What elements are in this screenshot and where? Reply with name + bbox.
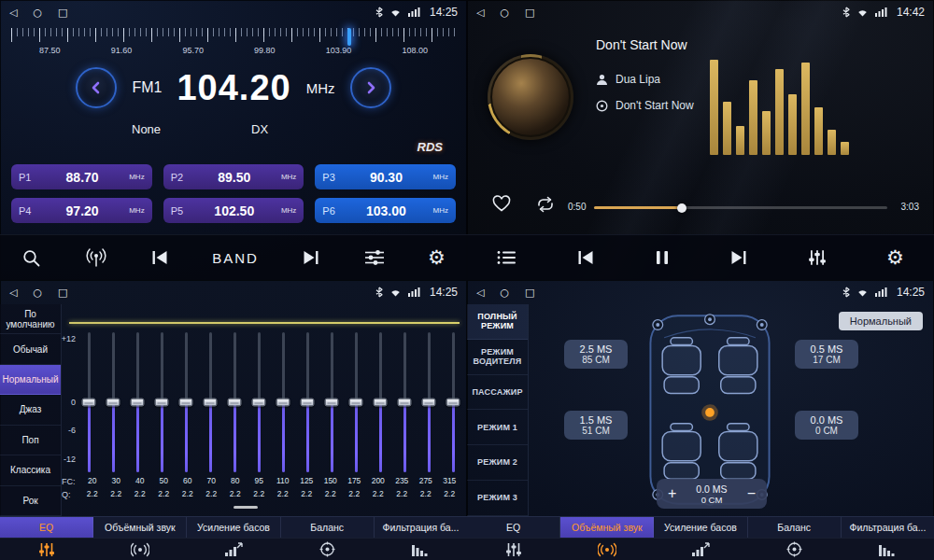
balance-icon[interactable]: [280, 541, 374, 557]
frequency-scale[interactable]: 87.5091.6095.7099.80103.90108.00: [11, 28, 456, 62]
tune-down-button[interactable]: [76, 67, 117, 108]
eq-preset-item-2[interactable]: Нормальный: [0, 365, 61, 395]
band-button[interactable]: BAND: [208, 246, 262, 270]
slider-knob[interactable]: [155, 399, 169, 407]
eq-preset-item-4[interactable]: Поп: [0, 426, 61, 455]
delay-box-rear-left[interactable]: 1.5 MS 51 CM: [564, 411, 628, 440]
favorite-button[interactable]: [491, 194, 512, 216]
home-icon[interactable]: ○: [500, 7, 509, 18]
broadcast-button[interactable]: [81, 245, 111, 271]
radio-preset-p1[interactable]: P1 88.70 MHz: [11, 164, 152, 189]
sound-profile-button[interactable]: Нормальный: [839, 312, 923, 330]
recents-icon[interactable]: □: [58, 7, 67, 18]
previous-track-button[interactable]: [573, 245, 599, 270]
eq-band-slider[interactable]: [396, 332, 413, 472]
surround-mode-item-1[interactable]: РЕЖИМ ВОДИТЕЛЯ: [467, 340, 528, 375]
recents-icon[interactable]: □: [525, 287, 534, 298]
slider-knob[interactable]: [106, 399, 120, 407]
crossover-filter-icon[interactable]: [374, 542, 467, 557]
eq-band-slider[interactable]: [420, 332, 437, 472]
audio-tab-3[interactable]: Баланс: [281, 517, 375, 538]
equalizer-icon[interactable]: [467, 542, 560, 557]
eq-preset-item-3[interactable]: Джаз: [0, 395, 61, 425]
equalizer-icon[interactable]: [0, 542, 93, 557]
audio-tab-3[interactable]: Баланс: [748, 517, 842, 538]
eq-preset-item-1[interactable]: Обычай: [0, 334, 61, 364]
home-icon[interactable]: ○: [33, 7, 42, 18]
slider-knob[interactable]: [374, 399, 388, 407]
radio-preset-p2[interactable]: P2 89.50 MHz: [163, 164, 304, 189]
radio-preset-p4[interactable]: P4 97.20 MHz: [11, 198, 152, 223]
audio-tab-0[interactable]: EQ: [0, 517, 93, 538]
tune-up-button[interactable]: [350, 67, 391, 108]
eq-band-slider[interactable]: [202, 332, 219, 472]
eq-band-slider[interactable]: [275, 332, 291, 472]
recents-icon[interactable]: □: [58, 287, 67, 298]
progress-bar[interactable]: [594, 206, 887, 209]
slider-knob[interactable]: [131, 399, 145, 407]
slider-knob[interactable]: [446, 399, 460, 407]
home-icon[interactable]: ○: [33, 287, 42, 298]
slider-knob[interactable]: [228, 399, 242, 407]
next-station-button[interactable]: [298, 245, 324, 270]
surround-mode-item-5[interactable]: РЕЖИМ 3: [467, 481, 528, 516]
radio-preset-p6[interactable]: P6 103.00 MHz: [315, 198, 456, 223]
eq-band-slider[interactable]: [445, 332, 461, 472]
audio-tab-1[interactable]: Объёмный звук: [560, 517, 654, 538]
slider-knob[interactable]: [179, 399, 193, 407]
eq-band-slider[interactable]: [80, 332, 97, 472]
audio-tab-2[interactable]: Усиление басов: [654, 517, 747, 538]
audio-tab-2[interactable]: Усиление басов: [187, 517, 280, 538]
eq-band-slider[interactable]: [323, 332, 340, 472]
recents-icon[interactable]: □: [525, 7, 534, 18]
eq-preset-item-6[interactable]: Рок: [0, 486, 61, 516]
home-icon[interactable]: ○: [500, 287, 509, 298]
surround-mode-item-3[interactable]: РЕЖИМ 1: [467, 410, 528, 445]
slider-knob[interactable]: [349, 399, 363, 407]
repeat-button[interactable]: [534, 196, 557, 216]
eq-band-slider[interactable]: [347, 332, 364, 472]
next-track-button[interactable]: [726, 245, 752, 270]
surround-mode-item-0[interactable]: ПОЛНЫЙ РЕЖИМ: [467, 304, 528, 340]
slider-knob[interactable]: [82, 399, 96, 407]
bass-boost-icon[interactable]: [187, 542, 280, 557]
slider-knob[interactable]: [276, 399, 290, 407]
bass-boost-icon[interactable]: [654, 542, 747, 557]
back-icon[interactable]: ◁: [476, 7, 484, 18]
previous-station-button[interactable]: [147, 245, 173, 270]
slider-knob[interactable]: [422, 399, 436, 407]
audio-tab-0[interactable]: EQ: [467, 517, 560, 538]
surround-sound-icon[interactable]: [93, 542, 187, 557]
eq-band-slider[interactable]: [177, 332, 194, 472]
eq-band-slider[interactable]: [250, 332, 267, 472]
eq-band-slider[interactable]: [372, 332, 389, 472]
balance-icon[interactable]: [747, 541, 841, 557]
delay-box-front-right[interactable]: 0.5 MS 17 CM: [795, 340, 858, 369]
audio-tab-4[interactable]: Фильтрация ба...: [842, 517, 934, 538]
settings-button[interactable]: ⚙: [883, 245, 908, 272]
delay-increase-button[interactable]: +: [666, 486, 678, 501]
audio-tab-4[interactable]: Фильтрация ба...: [375, 517, 467, 538]
eq-preset-item-0[interactable]: По умолчанию: [0, 304, 61, 334]
radio-preset-p5[interactable]: P5 102.50 MHz: [163, 198, 304, 223]
scan-search-button[interactable]: [18, 245, 45, 272]
eq-band-slider[interactable]: [226, 332, 243, 472]
back-icon[interactable]: ◁: [9, 287, 17, 298]
surround-mode-item-4[interactable]: РЕЖИМ 2: [467, 445, 528, 481]
delay-box-rear-right[interactable]: 0.0 MS 0 CM: [795, 411, 858, 440]
eq-band-slider[interactable]: [153, 332, 170, 472]
delay-box-front-left[interactable]: 2.5 MS 85 CM: [564, 340, 628, 369]
playlist-button[interactable]: [493, 246, 520, 269]
progress-knob[interactable]: [677, 203, 686, 213]
surround-mode-item-2[interactable]: ПАССАЖИР: [467, 375, 528, 411]
audio-settings-button[interactable]: [361, 245, 389, 270]
slider-knob[interactable]: [252, 399, 266, 407]
slider-knob[interactable]: [325, 399, 339, 407]
slider-knob[interactable]: [398, 399, 412, 407]
eq-preset-item-5[interactable]: Классика: [0, 455, 61, 485]
slider-knob[interactable]: [204, 399, 218, 407]
eq-band-slider[interactable]: [105, 332, 121, 472]
pause-button[interactable]: [651, 245, 673, 270]
delay-decrease-button[interactable]: −: [745, 486, 757, 501]
surround-sound-icon[interactable]: [560, 542, 654, 557]
